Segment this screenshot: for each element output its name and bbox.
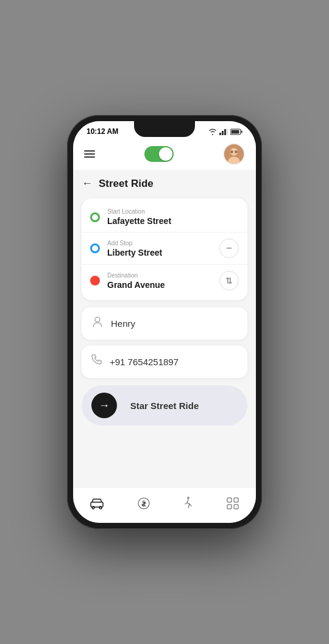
svg-rect-19: [227, 505, 232, 509]
cta-label: Star Street Ride: [117, 401, 212, 411]
bottom-nav: [73, 487, 256, 523]
person-icon: [91, 316, 104, 331]
svg-rect-1: [222, 131, 224, 135]
nav-item-car[interactable]: [82, 495, 111, 512]
menu-button[interactable]: [84, 150, 95, 158]
wifi-icon: [208, 128, 217, 135]
start-dot: [90, 212, 100, 222]
svg-point-13: [92, 506, 94, 509]
destination-label: Destination: [107, 272, 219, 279]
svg-point-10: [235, 150, 237, 153]
swap-button[interactable]: ⇅: [219, 271, 239, 290]
top-nav: [73, 138, 256, 170]
start-location-text: Start Location Lafayette Street: [107, 208, 239, 226]
svg-point-11: [95, 317, 100, 322]
start-location-value: Lafayette Street: [107, 216, 239, 226]
content-area: ← Street Ride Start Location Lafayette S…: [73, 170, 256, 487]
battery-icon: [230, 128, 242, 135]
nav-item-dollar[interactable]: [130, 494, 158, 513]
car-icon: [90, 497, 104, 509]
stop-dot: [90, 243, 100, 253]
grid-icon: [226, 497, 239, 510]
destination-text: Destination Grand Avenue: [107, 272, 219, 290]
stop-row[interactable]: Add Stop Liberty Street −: [82, 233, 247, 265]
signal-icon: [219, 128, 228, 135]
swap-icon: ⇅: [225, 276, 233, 285]
walk-icon: [183, 496, 193, 511]
cta-container: → Star Street Ride: [82, 385, 247, 425]
stop-value: Liberty Street: [107, 248, 219, 257]
status-icons: [208, 128, 242, 135]
phone-field-card[interactable]: +91 7654251897: [82, 346, 247, 378]
phone-frame: 10:12 AM: [67, 115, 262, 529]
status-time: 10:12 AM: [87, 127, 118, 136]
cta-arrow-circle: →: [91, 393, 117, 418]
back-button[interactable]: ←: [82, 177, 93, 190]
stop-label: Add Stop: [107, 240, 219, 247]
nav-item-grid[interactable]: [219, 494, 247, 513]
svg-rect-20: [234, 505, 238, 509]
arrow-right-icon: →: [99, 399, 110, 412]
page-title: Street Ride: [99, 178, 154, 190]
nav-item-walk[interactable]: [176, 494, 200, 513]
svg-rect-2: [224, 129, 226, 135]
cta-button[interactable]: → Star Street Ride: [82, 385, 247, 425]
name-field-card[interactable]: Henry: [82, 307, 247, 340]
minus-icon: −: [226, 243, 232, 254]
start-location-label: Start Location: [107, 208, 239, 215]
remove-stop-button[interactable]: −: [219, 239, 239, 258]
phone-icon: [91, 354, 102, 369]
svg-rect-17: [227, 498, 232, 502]
avatar-svg: [224, 143, 244, 165]
avatar-image: [224, 144, 244, 164]
svg-point-9: [230, 150, 233, 153]
route-card: Start Location Lafayette Street Add Stop…: [82, 198, 247, 300]
notch: [134, 121, 195, 137]
svg-rect-18: [234, 498, 238, 502]
svg-point-14: [99, 506, 102, 509]
svg-rect-0: [219, 133, 221, 135]
page-header: ← Street Ride: [82, 177, 247, 190]
destination-row[interactable]: Destination Grand Avenue ⇅: [82, 265, 247, 296]
start-location-row[interactable]: Start Location Lafayette Street: [82, 202, 247, 233]
stop-text: Add Stop Liberty Street: [107, 240, 219, 257]
dollar-icon: [137, 497, 150, 510]
name-value: Henry: [111, 318, 135, 329]
mode-toggle[interactable]: [144, 146, 174, 162]
svg-point-16: [187, 497, 189, 499]
avatar[interactable]: [223, 143, 245, 165]
destination-value: Grand Avenue: [107, 280, 219, 290]
svg-rect-3: [227, 128, 228, 135]
destination-dot: [90, 276, 100, 285]
phone-screen: 10:12 AM: [73, 121, 256, 523]
phone-value: +91 7654251897: [110, 357, 179, 367]
svg-rect-5: [232, 130, 239, 133]
